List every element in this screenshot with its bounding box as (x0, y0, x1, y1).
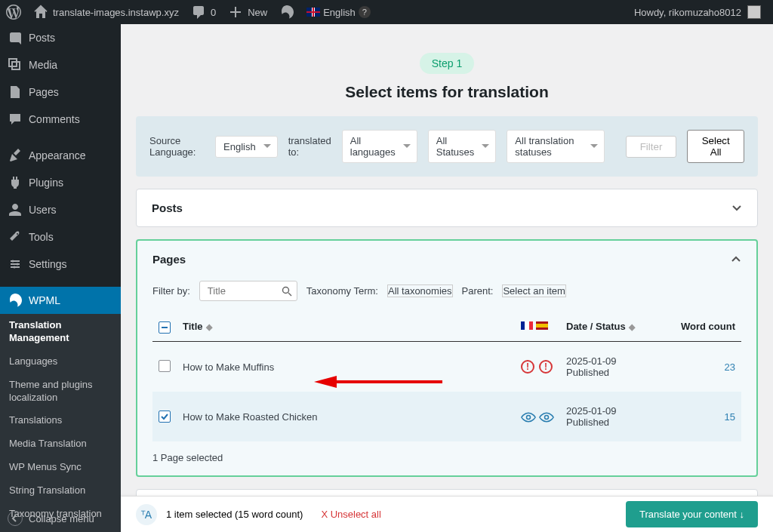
translate-icon: ᵀA (136, 504, 157, 525)
sidebar-item-users[interactable]: Users (0, 196, 121, 223)
pages-panel-toggle[interactable]: Pages (137, 241, 756, 278)
site-name: translate-images.instawp.xyz (53, 7, 179, 18)
row-word-count: 15 (666, 392, 741, 441)
needs-translation-icon[interactable] (539, 360, 553, 374)
collapse-menu-button[interactable]: Collapse menu (0, 504, 121, 532)
taxonomy-select[interactable]: All taxonomies (387, 284, 453, 297)
title-search-input[interactable] (199, 281, 297, 301)
sidebar-item-comments[interactable]: Comments (0, 106, 121, 133)
new-content-link[interactable]: New (222, 0, 273, 24)
svg-point-5 (545, 416, 549, 420)
submenu-string-translation[interactable]: String Translation (0, 479, 121, 503)
submenu-languages[interactable]: Languages (0, 350, 121, 374)
row-date: 2025-01-09 (566, 355, 660, 367)
site-home-link[interactable]: translate-images.instawp.xyz (27, 0, 185, 24)
row-word-count: 23 (666, 342, 741, 392)
translate-content-button[interactable]: Translate your content ↓ (626, 501, 758, 527)
row-title[interactable]: How to Make Roasted Chicken (177, 392, 515, 441)
step-badge: Step 1 (420, 53, 474, 74)
needs-translation-icon[interactable] (521, 360, 534, 374)
translated-icon[interactable] (539, 410, 553, 423)
statuses-select[interactable]: All Statuses (428, 130, 497, 163)
translated-to-label: translated to: (288, 135, 331, 158)
pages-table: Title◆ Date / Status◆ Word count How to … (152, 312, 741, 441)
wpml-submenu: Translation Management Languages Theme a… (0, 314, 121, 532)
filter-button[interactable]: Filter (626, 136, 677, 158)
column-date-status[interactable]: Date / Status◆ (560, 312, 666, 342)
column-title[interactable]: Title◆ (177, 312, 515, 342)
svg-point-0 (12, 260, 14, 263)
submenu-media-translation[interactable]: Media Translation (0, 432, 121, 456)
column-flags (515, 312, 560, 342)
collapse-icon (8, 511, 23, 526)
items-selected-text: 1 item selected (15 word count) (166, 509, 303, 520)
selected-count-text: 1 Page selected (137, 452, 756, 475)
chevron-down-icon (731, 203, 742, 214)
svg-point-2 (14, 266, 16, 269)
sidebar-item-media[interactable]: Media (0, 51, 121, 78)
new-label: New (248, 7, 267, 18)
sidebar-item-plugins[interactable]: Plugins (0, 169, 121, 196)
annotation-arrow (314, 368, 442, 398)
unselect-all-link[interactable]: X Unselect all (321, 509, 380, 520)
user-greeting[interactable]: Howdy, rikomuzaho8012 (628, 0, 767, 24)
comments-count: 0 (211, 7, 216, 18)
select-all-button[interactable]: Select All (687, 130, 744, 163)
select-all-checkbox[interactable] (159, 321, 171, 334)
parent-label: Parent: (462, 285, 494, 297)
source-language-label: Source Language: (149, 135, 205, 158)
filter-bar: Source Language: English translated to: … (136, 116, 758, 177)
filter-by-label: Filter by: (152, 285, 190, 297)
svg-point-4 (527, 416, 531, 420)
sidebar-item-tools[interactable]: Tools (0, 223, 121, 251)
uk-flag-icon (306, 8, 320, 17)
language-switcher[interactable]: English ? (300, 0, 377, 24)
submenu-translation-management[interactable]: Translation Management (0, 314, 121, 350)
translated-icon[interactable] (521, 410, 534, 423)
svg-point-1 (17, 263, 19, 266)
sidebar-item-appearance[interactable]: Appearance (0, 142, 121, 169)
wpml-admin-icon[interactable] (273, 0, 300, 24)
row-checkbox[interactable] (159, 360, 171, 372)
main-content: Step 1 Select items for translation Sour… (121, 24, 773, 532)
row-status: Published (566, 417, 660, 428)
avatar (747, 5, 761, 19)
admin-sidebar: Posts Media Pages Comments Appearance Pl… (0, 24, 121, 532)
column-word-count: Word count (666, 312, 741, 342)
chevron-up-icon (731, 254, 741, 265)
table-row: How to Make Muffins 2025-01-09Published … (152, 342, 741, 392)
row-checkbox[interactable] (159, 411, 171, 423)
search-icon (282, 286, 292, 297)
taxonomy-term-label: Taxonomy Term: (306, 285, 378, 297)
parent-select[interactable]: Select an item (502, 284, 565, 297)
sidebar-item-posts[interactable]: Posts (0, 24, 121, 51)
svg-point-3 (282, 287, 288, 293)
wp-logo[interactable] (0, 0, 27, 24)
comments-link[interactable]: 0 (185, 0, 222, 24)
posts-panel-toggle[interactable]: Posts (137, 189, 757, 226)
table-row: How to Make Roasted Chicken 2025-01-09Pu… (152, 392, 741, 441)
help-icon: ? (359, 6, 371, 18)
sidebar-item-wpml[interactable]: WPML (0, 287, 121, 314)
sidebar-item-pages[interactable]: Pages (0, 78, 121, 106)
posts-panel: Posts (136, 189, 758, 227)
submenu-translations[interactable]: Translations (0, 409, 121, 432)
sidebar-item-settings[interactable]: Settings (0, 251, 121, 278)
sort-icon: ◆ (206, 322, 212, 332)
fr-flag-icon (521, 321, 533, 330)
translation-statuses-select[interactable]: All translation statuses (507, 130, 604, 163)
sort-icon: ◆ (629, 322, 635, 332)
row-date: 2025-01-09 (566, 405, 660, 417)
target-languages-select[interactable]: All languages (342, 130, 417, 163)
submenu-wp-menus-sync[interactable]: WP Menus Sync (0, 456, 121, 479)
row-status: Published (566, 367, 660, 378)
language-label: English (323, 7, 356, 18)
submenu-theme-plugins-localization[interactable]: Theme and plugins localization (0, 374, 121, 410)
pages-panel: Pages Filter by: Taxonomy Term: All taxo… (136, 239, 758, 477)
source-language-select[interactable]: English (215, 136, 278, 158)
bottom-action-bar: ᵀA 1 item selected (15 word count) X Uns… (121, 496, 773, 532)
es-flag-icon (536, 321, 548, 330)
admin-toolbar: translate-images.instawp.xyz 0 New Engli… (0, 0, 773, 24)
step-title: Select items for translation (136, 83, 758, 101)
